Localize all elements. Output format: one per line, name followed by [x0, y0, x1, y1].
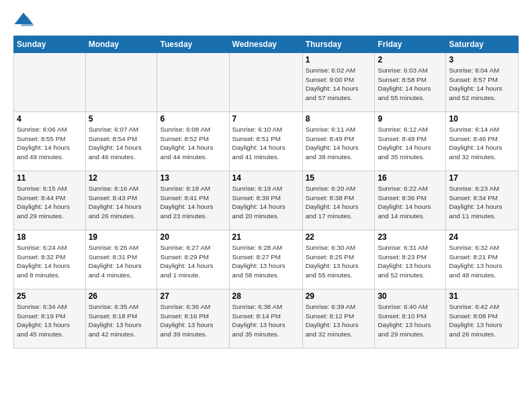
calendar-cell: 1Sunrise: 6:02 AM Sunset: 9:00 PM Daylig… — [302, 53, 375, 112]
page: SundayMondayTuesdayWednesdayThursdayFrid… — [0, 0, 532, 411]
day-number: 15 — [306, 173, 372, 183]
calendar-cell — [229, 53, 302, 112]
calendar-cell: 12Sunrise: 6:16 AM Sunset: 8:43 PM Dayli… — [85, 171, 157, 230]
logo-icon — [13, 10, 34, 30]
day-number: 22 — [306, 232, 372, 242]
weekday-header-saturday: Saturday — [446, 36, 519, 53]
day-number: 13 — [160, 173, 226, 183]
calendar-cell: 27Sunrise: 6:36 AM Sunset: 8:16 PM Dayli… — [157, 289, 229, 349]
day-info: Sunrise: 6:10 AM Sunset: 8:51 PM Dayligh… — [232, 125, 300, 162]
day-info: Sunrise: 6:42 AM Sunset: 8:08 PM Dayligh… — [449, 302, 515, 339]
day-info: Sunrise: 6:06 AM Sunset: 8:55 PM Dayligh… — [17, 125, 83, 162]
calendar-cell — [157, 53, 229, 112]
calendar-cell: 7Sunrise: 6:10 AM Sunset: 8:51 PM Daylig… — [229, 112, 302, 171]
day-number: 21 — [232, 232, 300, 242]
day-info: Sunrise: 6:30 AM Sunset: 8:25 PM Dayligh… — [306, 243, 372, 280]
weekday-header-row: SundayMondayTuesdayWednesdayThursdayFrid… — [14, 36, 519, 53]
weekday-header-monday: Monday — [85, 36, 157, 53]
calendar-week-2: 4Sunrise: 6:06 AM Sunset: 8:55 PM Daylig… — [14, 112, 519, 171]
day-info: Sunrise: 6:07 AM Sunset: 8:54 PM Dayligh… — [89, 125, 154, 162]
day-info: Sunrise: 6:27 AM Sunset: 8:29 PM Dayligh… — [160, 243, 226, 280]
day-info: Sunrise: 6:39 AM Sunset: 8:12 PM Dayligh… — [306, 302, 372, 339]
day-info: Sunrise: 6:03 AM Sunset: 8:58 PM Dayligh… — [378, 66, 443, 103]
day-number: 18 — [17, 232, 83, 242]
day-info: Sunrise: 6:16 AM Sunset: 8:43 PM Dayligh… — [89, 184, 154, 221]
weekday-header-friday: Friday — [375, 36, 446, 53]
calendar-cell: 25Sunrise: 6:34 AM Sunset: 8:19 PM Dayli… — [14, 289, 86, 349]
calendar-week-4: 18Sunrise: 6:24 AM Sunset: 8:32 PM Dayli… — [14, 230, 519, 289]
calendar-cell: 15Sunrise: 6:20 AM Sunset: 8:38 PM Dayli… — [302, 171, 375, 230]
calendar-cell: 29Sunrise: 6:39 AM Sunset: 8:12 PM Dayli… — [302, 289, 375, 349]
day-info: Sunrise: 6:14 AM Sunset: 8:46 PM Dayligh… — [449, 125, 515, 162]
calendar-table: SundayMondayTuesdayWednesdayThursdayFrid… — [13, 36, 519, 349]
calendar-cell: 16Sunrise: 6:22 AM Sunset: 8:36 PM Dayli… — [375, 171, 446, 230]
day-info: Sunrise: 6:32 AM Sunset: 8:21 PM Dayligh… — [449, 243, 515, 280]
calendar-cell: 9Sunrise: 6:12 AM Sunset: 8:48 PM Daylig… — [375, 112, 446, 171]
calendar-header: SundayMondayTuesdayWednesdayThursdayFrid… — [14, 36, 519, 53]
calendar-cell: 28Sunrise: 6:38 AM Sunset: 8:14 PM Dayli… — [229, 289, 302, 349]
day-info: Sunrise: 6:28 AM Sunset: 8:27 PM Dayligh… — [232, 243, 300, 280]
day-number: 26 — [89, 291, 154, 301]
day-number: 25 — [17, 291, 83, 301]
calendar-cell: 10Sunrise: 6:14 AM Sunset: 8:46 PM Dayli… — [446, 112, 519, 171]
calendar-week-3: 11Sunrise: 6:15 AM Sunset: 8:44 PM Dayli… — [14, 171, 519, 230]
calendar-cell: 20Sunrise: 6:27 AM Sunset: 8:29 PM Dayli… — [157, 230, 229, 289]
calendar-cell: 21Sunrise: 6:28 AM Sunset: 8:27 PM Dayli… — [229, 230, 302, 289]
day-info: Sunrise: 6:19 AM Sunset: 8:39 PM Dayligh… — [232, 184, 300, 221]
day-number: 30 — [378, 291, 443, 301]
calendar-week-5: 25Sunrise: 6:34 AM Sunset: 8:19 PM Dayli… — [14, 289, 519, 349]
day-number: 16 — [378, 173, 443, 183]
day-info: Sunrise: 6:12 AM Sunset: 8:48 PM Dayligh… — [378, 125, 443, 162]
calendar-cell: 11Sunrise: 6:15 AM Sunset: 8:44 PM Dayli… — [14, 171, 86, 230]
weekday-header-wednesday: Wednesday — [229, 36, 302, 53]
calendar-cell: 31Sunrise: 6:42 AM Sunset: 8:08 PM Dayli… — [446, 289, 519, 349]
day-number: 29 — [306, 291, 372, 301]
day-info: Sunrise: 6:36 AM Sunset: 8:16 PM Dayligh… — [160, 302, 226, 339]
day-number: 6 — [160, 114, 226, 124]
day-number: 14 — [232, 173, 300, 183]
logo — [13, 10, 36, 30]
day-number: 28 — [232, 291, 300, 301]
day-info: Sunrise: 6:15 AM Sunset: 8:44 PM Dayligh… — [17, 184, 83, 221]
day-info: Sunrise: 6:31 AM Sunset: 8:23 PM Dayligh… — [378, 243, 443, 280]
day-number: 10 — [449, 114, 515, 124]
calendar-cell — [85, 53, 157, 112]
calendar-cell: 5Sunrise: 6:07 AM Sunset: 8:54 PM Daylig… — [85, 112, 157, 171]
day-number: 7 — [232, 114, 300, 124]
calendar-cell: 30Sunrise: 6:40 AM Sunset: 8:10 PM Dayli… — [375, 289, 446, 349]
day-info: Sunrise: 6:38 AM Sunset: 8:14 PM Dayligh… — [232, 302, 300, 339]
calendar-cell: 6Sunrise: 6:08 AM Sunset: 8:52 PM Daylig… — [157, 112, 229, 171]
day-number: 4 — [17, 114, 83, 124]
day-info: Sunrise: 6:26 AM Sunset: 8:31 PM Dayligh… — [89, 243, 154, 280]
day-number: 11 — [17, 173, 83, 183]
day-info: Sunrise: 6:02 AM Sunset: 9:00 PM Dayligh… — [306, 66, 372, 103]
day-number: 31 — [449, 291, 515, 301]
calendar-cell — [14, 53, 86, 112]
day-number: 2 — [378, 55, 443, 64]
calendar-cell: 22Sunrise: 6:30 AM Sunset: 8:25 PM Dayli… — [302, 230, 375, 289]
calendar-cell: 2Sunrise: 6:03 AM Sunset: 8:58 PM Daylig… — [375, 53, 446, 112]
day-info: Sunrise: 6:35 AM Sunset: 8:18 PM Dayligh… — [89, 302, 154, 339]
calendar-cell: 14Sunrise: 6:19 AM Sunset: 8:39 PM Dayli… — [229, 171, 302, 230]
day-number: 20 — [160, 232, 226, 242]
day-number: 9 — [378, 114, 443, 124]
day-info: Sunrise: 6:40 AM Sunset: 8:10 PM Dayligh… — [378, 302, 443, 339]
day-info: Sunrise: 6:22 AM Sunset: 8:36 PM Dayligh… — [378, 184, 443, 221]
day-info: Sunrise: 6:20 AM Sunset: 8:38 PM Dayligh… — [306, 184, 372, 221]
day-info: Sunrise: 6:34 AM Sunset: 8:19 PM Dayligh… — [17, 302, 83, 339]
weekday-header-thursday: Thursday — [302, 36, 375, 53]
day-number: 3 — [449, 55, 515, 64]
day-info: Sunrise: 6:08 AM Sunset: 8:52 PM Dayligh… — [160, 125, 226, 162]
calendar-body: 1Sunrise: 6:02 AM Sunset: 9:00 PM Daylig… — [14, 53, 519, 349]
day-info: Sunrise: 6:18 AM Sunset: 8:41 PM Dayligh… — [160, 184, 226, 221]
calendar-cell: 23Sunrise: 6:31 AM Sunset: 8:23 PM Dayli… — [375, 230, 446, 289]
weekday-header-sunday: Sunday — [14, 36, 86, 53]
calendar-cell: 8Sunrise: 6:11 AM Sunset: 8:49 PM Daylig… — [302, 112, 375, 171]
day-number: 23 — [378, 232, 443, 242]
calendar-cell: 24Sunrise: 6:32 AM Sunset: 8:21 PM Dayli… — [446, 230, 519, 289]
day-number: 17 — [449, 173, 515, 183]
day-number: 24 — [449, 232, 515, 242]
calendar-cell: 4Sunrise: 6:06 AM Sunset: 8:55 PM Daylig… — [14, 112, 86, 171]
weekday-header-tuesday: Tuesday — [157, 36, 229, 53]
day-number: 8 — [306, 114, 372, 124]
